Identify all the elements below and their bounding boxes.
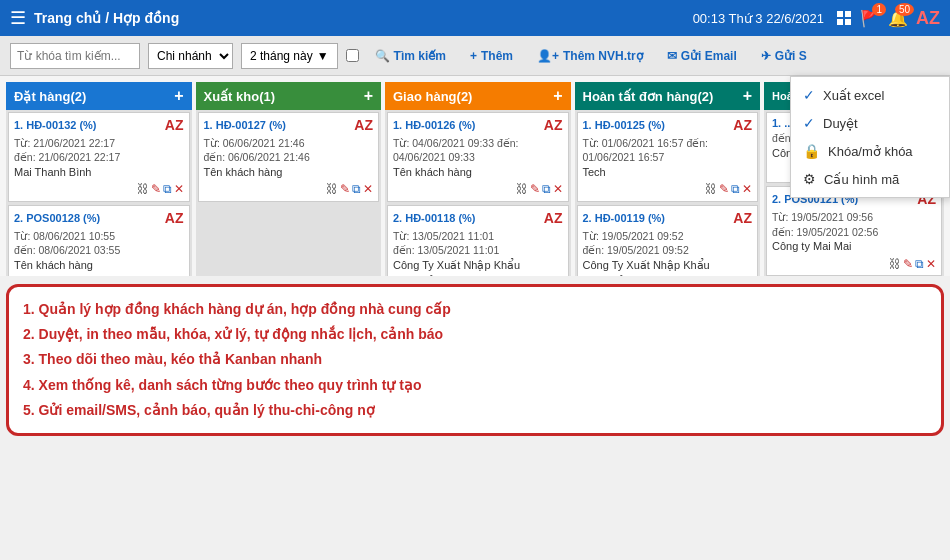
card-to: đến: 21/06/2021 22:17: [14, 150, 184, 165]
col-add-4[interactable]: +: [743, 87, 752, 105]
card-to: đến: 08/06/2021 03:55: [14, 243, 184, 258]
dropdown-menu: ✓ Xuất excel ✓ Duyệt 🔒 Khóa/mở khóa ⚙ Cấ…: [790, 76, 950, 198]
delete-icon[interactable]: ✕: [174, 181, 184, 198]
copy-icon[interactable]: ⧉: [731, 181, 740, 198]
kanban-cards-2: 1. HĐ-00127 (%) AZ Từ: 06/06/2021 21:46 …: [196, 110, 382, 276]
chain-icon[interactable]: ⛓: [326, 181, 338, 198]
email-button[interactable]: ✉ Gửi Email: [659, 43, 745, 69]
dropdown-item-config[interactable]: ⚙ Cấu hình mã: [791, 165, 949, 193]
copy-icon[interactable]: ⧉: [163, 181, 172, 198]
copy-icon[interactable]: ⧉: [352, 181, 361, 198]
desc-item-1: 1. Quản lý hợp đồng khách hàng dự án, hợ…: [23, 297, 927, 322]
grid-icon-button[interactable]: [836, 10, 852, 26]
edit-icon[interactable]: ✎: [151, 275, 161, 276]
card-id[interactable]: 2. POS00128 (%): [14, 211, 100, 226]
card-customer: Tech: [583, 165, 753, 180]
lock-icon: 🔒: [803, 143, 820, 159]
check-icon-2: ✓: [803, 115, 815, 131]
kanban-col-1: Đặt hàng(2) + 1. HĐ-00132 (%) AZ Từ: 21/…: [6, 82, 192, 276]
dropdown-item-approve[interactable]: ✓ Duyệt: [791, 109, 949, 137]
bell-icon-badge[interactable]: 🔔 50: [888, 9, 908, 28]
card-id[interactable]: 1. HĐ-00127 (%): [204, 118, 287, 133]
col-add-1[interactable]: +: [174, 87, 183, 105]
card-from: Từ: 04/06/2021 09:33 đến:: [393, 136, 563, 151]
card-to: đến: 19/05/2021 02:56: [772, 225, 936, 240]
card-customer: Tên khách hàng: [393, 165, 563, 180]
col-add-2[interactable]: +: [364, 87, 373, 105]
delete-icon[interactable]: ✕: [926, 256, 936, 273]
svg-rect-3: [845, 19, 851, 25]
card-id[interactable]: 1. HĐ-00125 (%): [583, 118, 666, 133]
plus-icon: +: [470, 49, 477, 63]
chain-icon[interactable]: ⛓: [889, 256, 901, 273]
flag-icon-badge[interactable]: 🚩 1: [860, 9, 880, 28]
top-nav: ☰ Trang chủ / Hợp đồng 00:13 Thứ 3 22/6/…: [0, 0, 950, 36]
search-input[interactable]: [10, 43, 140, 69]
col-header-4: Hoàn tất đơn hàng(2) +: [575, 82, 761, 110]
search-button[interactable]: 🔍 Tìm kiếm: [367, 43, 454, 69]
copy-icon[interactable]: ⧉: [163, 275, 172, 276]
add-button[interactable]: + Thêm: [462, 43, 521, 69]
svg-rect-1: [845, 11, 851, 17]
edit-icon[interactable]: ✎: [903, 256, 913, 273]
table-row: 1. HĐ-00132 (%) AZ Từ: 21/06/2021 22:17 …: [8, 112, 190, 202]
period-button[interactable]: 2 tháng này ▼: [241, 43, 338, 69]
card-from: Từ: 19/05/2021 09:56: [772, 210, 936, 225]
toolbar: Chi nhánh 2 tháng này ▼ 🔍 Tìm kiếm + Thê…: [0, 36, 950, 76]
kanban-col-4: Hoàn tất đơn hàng(2) + 1. HĐ-00125 (%) A…: [575, 82, 761, 276]
edit-icon[interactable]: ✎: [530, 181, 540, 198]
card-to: đến: 19/05/2021 09:52: [583, 243, 753, 258]
dropdown-item-export[interactable]: ✓ Xuất excel: [791, 81, 949, 109]
edit-icon[interactable]: ✎: [719, 181, 729, 198]
filter-checkbox[interactable]: [346, 49, 359, 62]
chain-icon[interactable]: ⛓: [137, 275, 149, 276]
chain-icon[interactable]: ⛓: [705, 181, 717, 198]
approve-label: Duyệt: [823, 116, 858, 131]
card-id[interactable]: 1. HĐ-00132 (%): [14, 118, 97, 133]
desc-item-4: 4. Xem thống kê, danh sách từng bước the…: [23, 373, 927, 398]
card-customer: Công ty Mai Mai: [772, 239, 936, 254]
card-actions: ⛓ ✎ ⧉ ✕: [204, 181, 374, 198]
card-actions: ⛓ ✎ ⧉ ✕: [14, 275, 184, 276]
chain-icon[interactable]: ⛓: [516, 181, 528, 198]
card-from: Từ: 21/06/2021 22:17: [14, 136, 184, 151]
edit-icon[interactable]: ✎: [151, 181, 161, 198]
hamburger-icon[interactable]: ☰: [10, 7, 26, 29]
card-extra: Nông Sản Việt T...: [393, 274, 563, 276]
delete-icon[interactable]: ✕: [174, 275, 184, 276]
send-button[interactable]: ✈ Gửi S: [753, 43, 815, 69]
copy-icon[interactable]: ⧉: [542, 181, 551, 198]
col-add-3[interactable]: +: [553, 87, 562, 105]
bell-badge: 50: [895, 3, 914, 16]
kanban-cards-3: 1. HĐ-00126 (%) AZ Từ: 04/06/2021 09:33 …: [385, 110, 571, 276]
col-title-4: Hoàn tất đơn hàng(2): [583, 89, 714, 104]
az-icon: AZ: [354, 116, 373, 136]
desc-item-2: 2. Duyệt, in theo mẫu, khóa, xử lý, tự đ…: [23, 322, 927, 347]
chain-icon[interactable]: ⛓: [137, 181, 149, 198]
add-nvh-button[interactable]: 👤+ Thêm NVH.trợ: [529, 43, 651, 69]
lock-label: Khóa/mở khóa: [828, 144, 913, 159]
edit-icon[interactable]: ✎: [340, 181, 350, 198]
copy-icon[interactable]: ⧉: [915, 256, 924, 273]
card-customer: Công Ty Xuất Nhập Khẩu: [393, 258, 563, 273]
chevron-down-icon: ▼: [317, 49, 329, 63]
card-to: 01/06/2021 16:57: [583, 150, 753, 165]
branch-select[interactable]: Chi nhánh: [148, 43, 233, 69]
table-row: 1. HĐ-00126 (%) AZ Từ: 04/06/2021 09:33 …: [387, 112, 569, 202]
table-row: 1. HĐ-00125 (%) AZ Từ: 01/06/2021 16:57 …: [577, 112, 759, 202]
card-id[interactable]: 2. HĐ-00119 (%): [583, 211, 666, 226]
flag-badge: 1: [872, 3, 886, 16]
send-icon: ✈: [761, 49, 771, 63]
card-actions: ⛓ ✎ ⧉ ✕: [14, 181, 184, 198]
delete-icon[interactable]: ✕: [553, 181, 563, 198]
person-plus-icon: 👤+: [537, 49, 559, 63]
col-title-3: Giao hàng(2): [393, 89, 472, 104]
user-icon-button[interactable]: AZ: [916, 8, 940, 29]
card-id[interactable]: 2. HĐ-00118 (%): [393, 211, 476, 226]
dropdown-item-lock[interactable]: 🔒 Khóa/mở khóa: [791, 137, 949, 165]
delete-icon[interactable]: ✕: [363, 181, 373, 198]
datetime-label: 00:13 Thứ 3 22/6/2021: [693, 11, 824, 26]
search-icon: 🔍: [375, 49, 390, 63]
card-id[interactable]: 1. HĐ-00126 (%): [393, 118, 476, 133]
delete-icon[interactable]: ✕: [742, 181, 752, 198]
